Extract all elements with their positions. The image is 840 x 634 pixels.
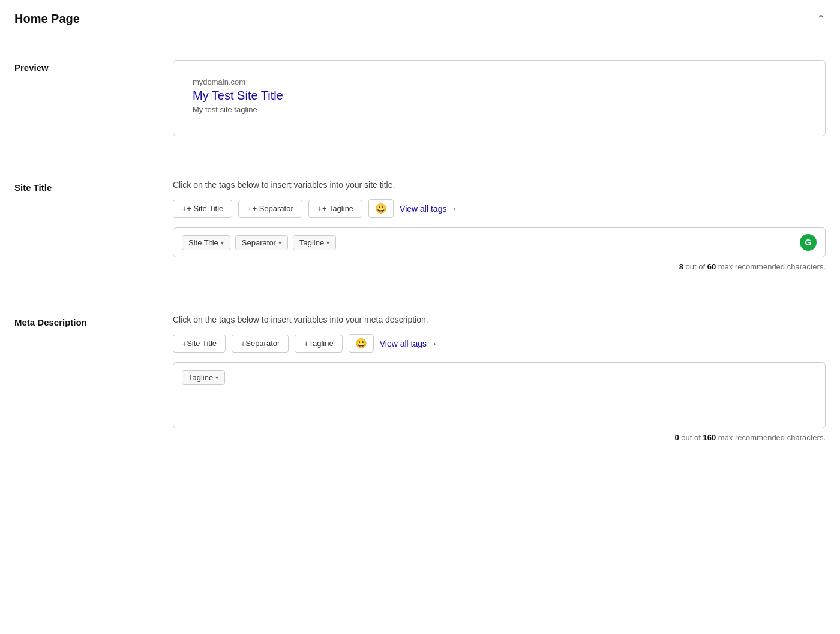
meta-description-char-count: 0 out of 160 max recommended characters. — [173, 433, 826, 442]
add-tagline-tag-button[interactable]: + + Tagline — [308, 200, 362, 218]
token-chevron-icon: ▾ — [215, 374, 218, 381]
site-title-instruction: Click on the tags below to insert variab… — [173, 180, 826, 190]
token-tagline[interactable]: Tagline ▾ — [293, 235, 336, 250]
preview-label: Preview — [14, 60, 158, 136]
add-separator-tag-button[interactable]: + + Separator — [238, 200, 302, 218]
meta-description-tags-row: + Site Title + Separator + Tagline 😀 Vie… — [173, 334, 826, 353]
page-title: Home Page — [14, 12, 80, 26]
meta-char-count-suffix: max recommended characters. — [718, 433, 826, 442]
meta-add-tagline-tag-button[interactable]: + Tagline — [295, 335, 342, 353]
token-site-title[interactable]: Site Title ▾ — [182, 235, 230, 250]
meta-char-count-max: 160 — [703, 433, 716, 442]
site-title-content: Click on the tags below to insert variab… — [173, 180, 826, 271]
add-site-title-tag-button[interactable]: + + Site Title — [173, 200, 232, 218]
meta-description-instruction: Click on the tags below to insert variab… — [173, 315, 826, 324]
token-separator[interactable]: Separator ▾ — [235, 235, 288, 250]
plus-icon: + — [247, 204, 252, 214]
preview-content: mydomain.com My Test Site Title My test … — [173, 60, 826, 136]
meta-emoji-button[interactable]: 😀 — [349, 334, 374, 353]
meta-char-count-current: 0 — [674, 433, 679, 442]
char-count-suffix: max recommended characters. — [718, 262, 826, 271]
char-count-current: 8 — [679, 262, 683, 271]
emoji-button[interactable]: 😀 — [368, 199, 394, 218]
plus-icon: + — [317, 204, 322, 214]
meta-add-site-title-tag-button[interactable]: + Site Title — [173, 335, 226, 353]
meta-description-section: Meta Description Click on the tags below… — [0, 293, 840, 464]
preview-box: mydomain.com My Test Site Title My test … — [173, 60, 826, 136]
plus-icon: + — [182, 339, 187, 348]
meta-token-tagline[interactable]: Tagline ▾ — [182, 370, 225, 385]
view-all-tags-link[interactable]: View all tags → — [400, 204, 457, 214]
token-chevron-icon: ▾ — [221, 239, 224, 246]
meta-add-separator-tag-button[interactable]: + Separator — [232, 335, 289, 353]
plus-icon: + — [241, 339, 245, 348]
meta-view-all-tags-link[interactable]: View all tags → — [380, 339, 437, 348]
site-title-tags-row: + + Site Title + + Separator + + Tagline… — [173, 199, 826, 218]
token-tagline-label: Tagline — [299, 238, 324, 247]
preview-tagline: My test site tagline — [193, 105, 806, 114]
site-title-section: Site Title Click on the tags below to in… — [0, 158, 840, 293]
site-title-char-count: 8 out of 60 max recommended characters. — [173, 262, 826, 271]
token-chevron-icon: ▾ — [278, 239, 281, 246]
meta-description-content: Click on the tags below to insert variab… — [173, 315, 826, 442]
page-header: Home Page ⌃ — [0, 0, 840, 38]
preview-site-title: My Test Site Title — [193, 89, 806, 103]
site-title-label: Site Title — [14, 180, 158, 271]
char-count-max: 60 — [707, 262, 716, 271]
grammarly-icon: G — [800, 234, 817, 251]
preview-domain: mydomain.com — [193, 77, 806, 86]
plus-icon: + — [182, 204, 187, 214]
token-chevron-icon: ▾ — [326, 239, 329, 246]
token-separator-label: Separator — [242, 238, 276, 247]
collapse-icon[interactable]: ⌃ — [817, 13, 826, 26]
token-site-title-label: Site Title — [188, 238, 218, 247]
meta-description-label: Meta Description — [14, 315, 158, 442]
plus-icon: + — [304, 339, 308, 348]
preview-section: Preview mydomain.com My Test Site Title … — [0, 38, 840, 158]
site-title-token-input[interactable]: Site Title ▾ Separator ▾ Tagline ▾ G — [173, 227, 826, 257]
meta-token-tagline-label: Tagline — [188, 373, 213, 382]
meta-description-token-input[interactable]: Tagline ▾ — [173, 362, 826, 428]
